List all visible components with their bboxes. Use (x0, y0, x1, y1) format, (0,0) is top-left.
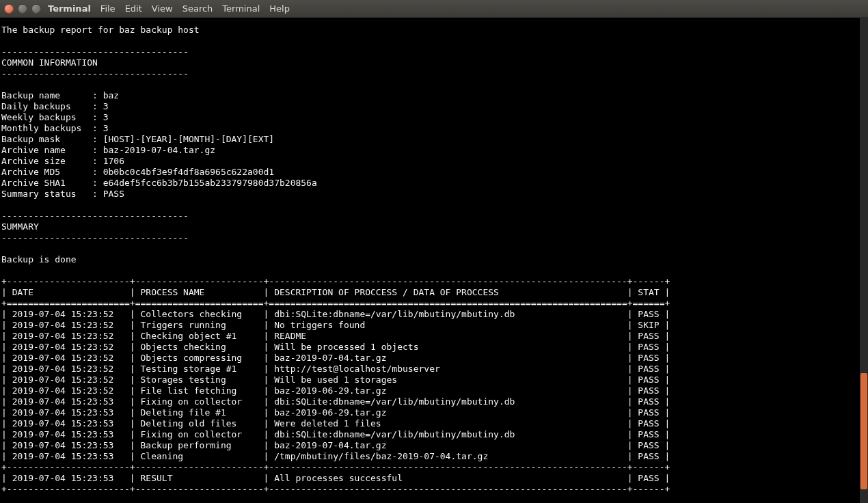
scrollbar-thumb[interactable] (860, 373, 867, 489)
menu-terminal[interactable]: Terminal (222, 3, 260, 14)
menu-help[interactable]: Help (269, 3, 290, 14)
menu-edit[interactable]: Edit (125, 3, 142, 14)
maximize-icon[interactable] (31, 4, 41, 14)
menu-bar: File Edit View Search Terminal Help (100, 3, 290, 14)
menu-file[interactable]: File (100, 3, 116, 14)
scrollbar-track[interactable] (860, 18, 868, 503)
window-controls (4, 4, 41, 14)
app-title: Terminal (48, 3, 91, 14)
window-titlebar: Terminal File Edit View Search Terminal … (0, 0, 868, 18)
menu-search[interactable]: Search (182, 3, 213, 14)
minimize-icon[interactable] (18, 4, 27, 14)
terminal-output[interactable]: The backup report for baz backup host --… (0, 18, 868, 496)
menu-view[interactable]: View (152, 3, 173, 14)
close-icon[interactable] (4, 4, 14, 14)
